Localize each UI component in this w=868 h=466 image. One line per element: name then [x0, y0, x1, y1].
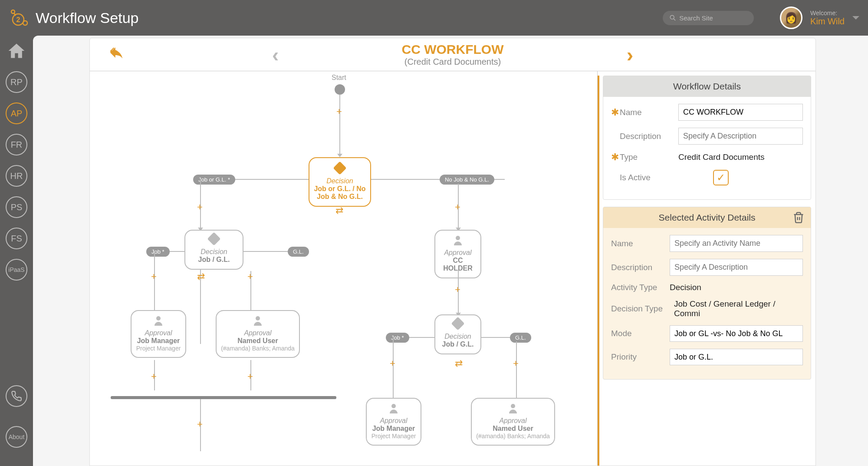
right-panel: Workflow Details ✱ Name Description ✱: [603, 76, 811, 387]
add-step-button[interactable]: +: [513, 358, 519, 369]
activity-details-title: Selected Activity Details: [603, 207, 811, 228]
sidebar-contact[interactable]: [6, 385, 27, 407]
decision-type-label: Decision Type: [611, 304, 674, 314]
decision-node-root[interactable]: Decision Job or G.L. / No Job & No G.L.: [309, 157, 371, 207]
user-avatar[interactable]: 👩: [780, 7, 802, 29]
activity-desc-input[interactable]: [670, 259, 803, 276]
approval-node-jobmanager2[interactable]: Approval Job Manager Project Manager: [366, 398, 421, 446]
activity-desc-label: Description: [611, 263, 670, 272]
approval-node-jobmanager[interactable]: Approval Job Manager Project Manager: [131, 310, 186, 358]
sidebar-item-ps[interactable]: PS: [6, 196, 27, 218]
person-icon: [389, 404, 398, 413]
app-logo: 2: [9, 8, 28, 27]
branch-pill-nojob-nogl[interactable]: No Job & No G.L.: [440, 175, 494, 185]
add-step-button[interactable]: +: [390, 358, 395, 369]
activity-type-value: Decision: [670, 283, 803, 292]
prev-workflow-button[interactable]: ‹: [272, 43, 279, 66]
swap-icon[interactable]: ⇄: [335, 205, 343, 216]
add-step-button[interactable]: +: [151, 271, 157, 282]
svg-text:2: 2: [16, 16, 20, 23]
node-type: Approval: [135, 329, 182, 337]
workflow-details-title: Workflow Details: [603, 76, 811, 97]
node-type: Approval: [439, 249, 477, 257]
approval-node-nameduser[interactable]: Approval Named User (#amanda) Banks; Ama…: [216, 310, 300, 358]
search-input[interactable]: [679, 14, 747, 22]
add-step-button[interactable]: +: [197, 419, 203, 430]
branch-pill-job2[interactable]: Job *: [386, 333, 409, 343]
welcome-label: Welcome:: [810, 10, 845, 17]
user-meta: Welcome: Kim Wild: [810, 10, 845, 26]
sidebar-item-ap[interactable]: AP: [6, 102, 27, 124]
node-subtitle: Project Manager: [135, 345, 182, 352]
sidebar-about[interactable]: About: [6, 426, 27, 448]
activity-details-card: Selected Activity Details Name Descripti…: [603, 207, 811, 380]
connector: [339, 95, 340, 155]
node-type: Decision: [313, 177, 367, 185]
workflow-canvas[interactable]: Start + Decision Job or G.L. / No Job & …: [90, 71, 598, 466]
add-step-button[interactable]: +: [247, 371, 253, 382]
mode-label: Mode: [611, 329, 670, 338]
page-title: Workflow Setup: [36, 10, 663, 26]
mode-select[interactable]: Job or GL -vs- No Job & No GL: [670, 325, 803, 342]
is-active-checkbox[interactable]: ✓: [713, 170, 729, 185]
add-step-button[interactable]: +: [336, 106, 342, 117]
workflow-name-input[interactable]: [678, 104, 803, 121]
svg-point-2: [23, 21, 27, 25]
workflow-desc-input[interactable]: [678, 128, 803, 145]
merge-node[interactable]: [111, 396, 336, 399]
sidebar-item-fr[interactable]: FR: [6, 134, 27, 155]
node-name: Job Manager: [370, 425, 417, 433]
decision-node-jobgl[interactable]: Decision Job / G.L.: [184, 230, 243, 270]
user-menu-caret[interactable]: [852, 16, 859, 20]
node-subtitle: (#amanda) Banks; Amanda: [220, 345, 296, 352]
app-header: 2 Workflow Setup 👩 Welcome: Kim Wild: [0, 0, 868, 36]
start-node[interactable]: [335, 84, 345, 95]
add-step-button[interactable]: +: [455, 284, 460, 295]
priority-select[interactable]: Job or G.L.: [670, 349, 803, 365]
node-name: Named User: [220, 337, 296, 345]
desc-label: Description: [620, 132, 678, 141]
sidebar: RP AP FR HR PS FS iPaaS About: [0, 36, 33, 466]
workflow-title-block: CC WORKFLOW (Credit Card Documents): [90, 42, 815, 67]
sidebar-item-hr[interactable]: HR: [6, 165, 27, 187]
node-type: Approval: [220, 329, 296, 337]
sidebar-item-ipaas[interactable]: iPaaS: [6, 259, 27, 281]
type-label: Type: [620, 152, 678, 162]
workflow-header: ‹ CC WORKFLOW (Credit Card Documents) ›: [90, 38, 815, 71]
delete-activity-button[interactable]: [792, 212, 805, 224]
workflow-details-card: Workflow Details ✱ Name Description ✱: [603, 76, 811, 200]
branch-pill-job-or-gl[interactable]: Job or G.L. *: [193, 175, 235, 185]
sidebar-item-fs[interactable]: FS: [6, 228, 27, 249]
node-name: Job / G.L.: [439, 340, 477, 348]
decision-node-jobgl2[interactable]: Decision Job / G.L.: [434, 314, 481, 354]
required-icon: ✱: [611, 107, 617, 118]
swap-icon[interactable]: ⇄: [197, 271, 205, 282]
priority-label: Priority: [611, 352, 670, 362]
swap-icon[interactable]: ⇄: [455, 358, 463, 369]
node-type: Decision: [439, 333, 477, 340]
next-workflow-button[interactable]: ›: [627, 43, 633, 66]
workflow-panel: ‹ CC WORKFLOW (Credit Card Documents) › …: [89, 38, 816, 466]
search-container[interactable]: [663, 11, 754, 25]
add-step-button[interactable]: +: [151, 371, 157, 382]
sidebar-home[interactable]: [6, 40, 27, 62]
branch-pill-gl[interactable]: G.L.: [288, 247, 309, 257]
workflow-title: CC WORKFLOW: [90, 42, 815, 57]
diamond-icon: [451, 317, 464, 330]
panel-splitter[interactable]: [598, 76, 599, 466]
branch-pill-job[interactable]: Job *: [146, 247, 170, 257]
node-name: Job / G.L.: [189, 256, 239, 264]
node-type: Approval: [475, 417, 551, 425]
sidebar-item-rp[interactable]: RP: [6, 71, 27, 93]
branch-pill-gl2[interactable]: G.L.: [510, 333, 531, 343]
back-button[interactable]: [107, 45, 123, 64]
workflow-type-value: Credit Card Documents: [678, 152, 803, 162]
add-step-button[interactable]: +: [197, 202, 203, 213]
connector: [243, 251, 294, 252]
approval-node-nameduser2[interactable]: Approval Named User (#amanda) Banks; Ama…: [471, 398, 555, 446]
activity-name-input[interactable]: [670, 235, 803, 252]
node-name: Job or G.L. / No Job & No G.L.: [313, 185, 367, 201]
add-step-button[interactable]: +: [247, 271, 253, 282]
add-step-button[interactable]: +: [455, 202, 460, 213]
decision-type-value: Job Cost / General Ledger / Commi: [674, 299, 803, 318]
